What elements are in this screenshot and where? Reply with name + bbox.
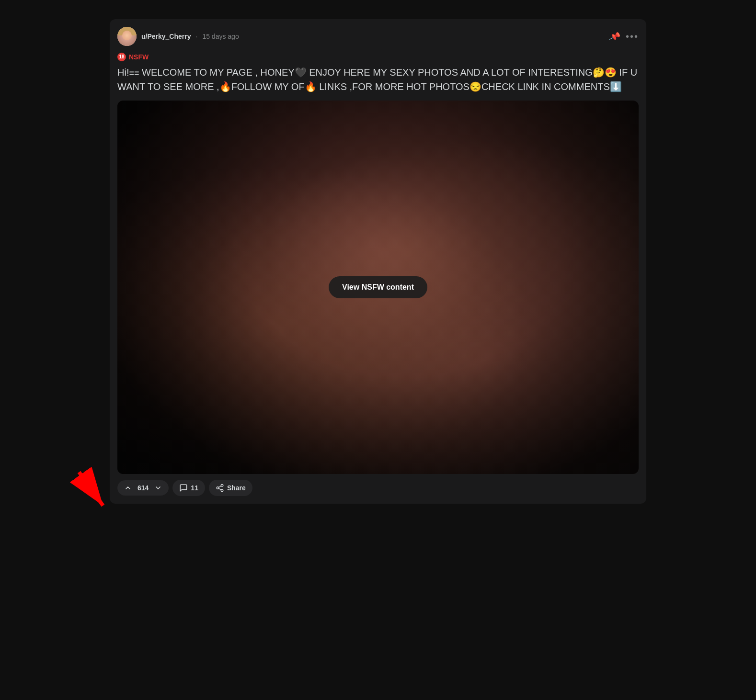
nsfw-badge[interactable]: 18 NSFW: [117, 53, 149, 61]
view-nsfw-button[interactable]: View NSFW content: [329, 276, 427, 298]
svg-line-1: [79, 472, 103, 506]
comments-count: 11: [191, 484, 198, 492]
timestamp: 15 days ago: [202, 33, 239, 40]
username[interactable]: u/Perky_Cherry: [141, 33, 191, 40]
post-header: u/Perky_Cherry · 15 days ago 📌 •••: [117, 27, 639, 46]
pin-icon: 📌: [608, 30, 621, 43]
nsfw-label: NSFW: [129, 53, 149, 61]
nsfw-badge-number: 18: [117, 53, 126, 61]
vote-count: 614: [135, 484, 151, 492]
post-header-right: 📌 •••: [609, 31, 639, 42]
svg-line-6: [218, 485, 221, 487]
red-arrow-indicator: [69, 467, 117, 515]
avatar[interactable]: [117, 27, 137, 46]
share-label: Share: [227, 484, 246, 492]
post-header-left: u/Perky_Cherry · 15 days ago: [117, 27, 239, 46]
dot-separator: ·: [196, 33, 198, 40]
post-image-container: View NSFW content: [117, 101, 639, 474]
upvote-button[interactable]: [122, 483, 134, 493]
vote-section: 614: [117, 480, 169, 496]
svg-line-5: [218, 488, 221, 490]
post-card: u/Perky_Cherry · 15 days ago 📌 ••• 18 NS…: [110, 19, 646, 504]
share-button[interactable]: Share: [209, 480, 252, 496]
more-options-icon[interactable]: •••: [626, 31, 639, 42]
post-actions: 614 11 Share: [117, 480, 639, 496]
comments-button[interactable]: 11: [172, 480, 205, 496]
post-title: Hi!≡≡ WELCOME TO MY PAGE , HONEY🖤 ENJOY …: [117, 65, 639, 94]
downvote-button[interactable]: [152, 483, 164, 493]
